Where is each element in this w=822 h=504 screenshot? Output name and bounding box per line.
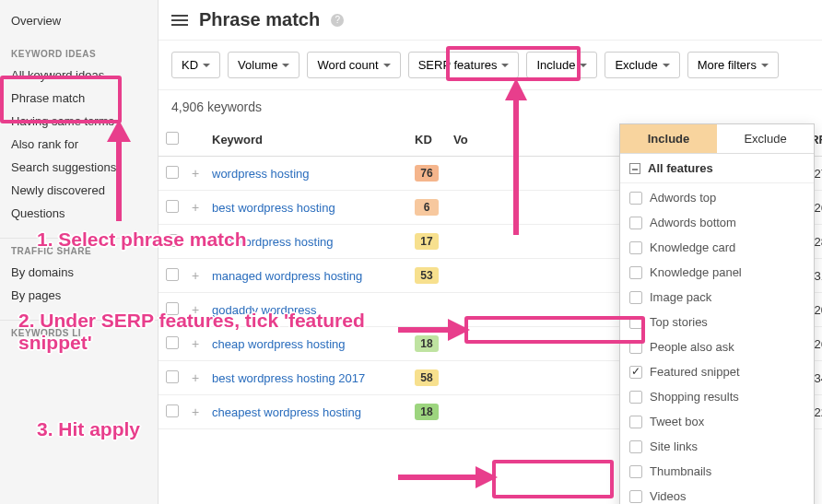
checkbox[interactable] xyxy=(629,266,642,279)
kd-badge: 6 xyxy=(415,199,439,216)
title-bar: Phrase match ? xyxy=(159,0,822,41)
dropdown-item[interactable]: Shopping results xyxy=(620,384,814,409)
sidebar-section-keyword-ideas: KEYWORD IDEAS xyxy=(0,41,158,64)
dropdown-item-label: People also ask xyxy=(650,340,734,354)
row-checkbox[interactable] xyxy=(166,404,179,417)
filter-include[interactable]: Include xyxy=(526,52,597,78)
dropdown-item[interactable]: Adwords top xyxy=(620,185,814,210)
main-panel: Phrase match ? KD Volume Word count SERP… xyxy=(159,0,822,504)
checkbox[interactable] xyxy=(629,440,642,453)
col-kd[interactable]: KD xyxy=(407,123,446,157)
minus-icon xyxy=(629,163,640,174)
row-checkbox[interactable] xyxy=(166,200,179,213)
checkbox[interactable] xyxy=(629,192,642,205)
serp-features-dropdown: Include Exclude All features Adwords top… xyxy=(619,123,815,504)
keyword-count: 4,906 keywords xyxy=(159,90,822,123)
dropdown-item-label: Knowledge card xyxy=(650,240,735,254)
annotation-arrow-2 xyxy=(398,313,472,346)
dropdown-item-label: Videos xyxy=(650,489,687,503)
caret-icon xyxy=(663,64,670,67)
dropdown-tab-exclude[interactable]: Exclude xyxy=(717,124,814,153)
caret-icon xyxy=(383,64,391,67)
dropdown-item-label: Thumbnails xyxy=(650,464,711,478)
select-all-checkbox[interactable] xyxy=(166,132,179,145)
dropdown-item[interactable]: Site links xyxy=(620,434,814,459)
annotation-arrow-3 xyxy=(398,461,499,494)
keyword-link[interactable]: managed wordpress hosting xyxy=(212,269,362,283)
svg-marker-5 xyxy=(448,319,470,341)
plus-icon[interactable]: + xyxy=(192,200,199,215)
keyword-link[interactable]: best wordpress hosting xyxy=(212,201,335,215)
annotation-arrow-1 xyxy=(96,120,142,230)
dropdown-item-label: Tweet box xyxy=(650,415,704,428)
checkbox[interactable] xyxy=(629,490,642,503)
annotation-text-1: 1. Select phrase match xyxy=(37,229,247,251)
plus-icon[interactable]: + xyxy=(192,370,199,385)
svg-marker-1 xyxy=(107,120,131,142)
dropdown-item[interactable]: Thumbnails xyxy=(620,459,814,484)
dropdown-item[interactable]: Videos xyxy=(620,484,814,504)
dropdown-item-label: Shopping results xyxy=(650,390,739,404)
checkbox[interactable] xyxy=(629,366,642,379)
kd-badge: 53 xyxy=(415,267,439,284)
dropdown-item[interactable]: Featured snippet xyxy=(620,359,814,384)
kd-badge: 58 xyxy=(415,369,439,386)
dropdown-item-label: Top stories xyxy=(650,315,708,329)
kd-badge: 76 xyxy=(415,165,439,182)
sidebar-item-by-pages[interactable]: By pages xyxy=(0,284,158,307)
row-checkbox[interactable] xyxy=(166,370,179,383)
filter-word-count[interactable]: Word count xyxy=(307,52,400,78)
plus-icon[interactable]: + xyxy=(192,268,199,283)
filter-kd[interactable]: KD xyxy=(171,52,220,78)
dropdown-tab-include[interactable]: Include xyxy=(620,124,717,153)
dropdown-item[interactable]: Knowledge panel xyxy=(620,260,814,285)
annotation-text-3: 3. Hit apply xyxy=(37,418,140,440)
checkbox[interactable] xyxy=(629,291,642,304)
dropdown-all-features[interactable]: All features xyxy=(620,154,814,183)
caret-icon xyxy=(203,64,210,67)
filter-volume[interactable]: Volume xyxy=(228,52,299,78)
filter-bar: KD Volume Word count SERP features Inclu… xyxy=(159,41,822,90)
svg-marker-7 xyxy=(476,466,498,488)
checkbox[interactable] xyxy=(629,465,642,478)
checkbox[interactable] xyxy=(629,217,642,229)
menu-icon[interactable] xyxy=(171,12,188,29)
filter-more[interactable]: More filters xyxy=(687,52,779,78)
checkbox[interactable] xyxy=(629,316,642,329)
sidebar-item-phrase-match[interactable]: Phrase match xyxy=(0,87,158,110)
sidebar-item-all-keyword-ideas[interactable]: All keyword ideas xyxy=(0,64,158,87)
filter-serp-features[interactable]: SERP features xyxy=(408,52,520,78)
keyword-link[interactable]: cheapest wordpress hosting xyxy=(212,405,361,419)
checkbox[interactable] xyxy=(629,416,642,428)
dropdown-item[interactable]: Image pack xyxy=(620,285,814,310)
annotation-text-2: 2. Under SERP features, tick 'featured s… xyxy=(18,310,405,354)
plus-icon[interactable]: + xyxy=(192,166,199,181)
filter-exclude[interactable]: Exclude xyxy=(605,52,679,78)
dropdown-item-label: Adwords top xyxy=(650,191,716,205)
caret-icon xyxy=(282,64,289,67)
row-checkbox[interactable] xyxy=(166,268,179,281)
help-icon[interactable]: ? xyxy=(331,14,344,27)
checkbox[interactable] xyxy=(629,341,642,354)
dropdown-item-label: Featured snippet xyxy=(650,365,740,379)
caret-icon xyxy=(501,64,509,67)
checkbox[interactable] xyxy=(629,391,642,404)
dropdown-item[interactable]: People also ask xyxy=(620,334,814,359)
checkbox[interactable] xyxy=(629,241,642,254)
row-checkbox[interactable] xyxy=(166,166,179,179)
sidebar-overview[interactable]: Overview xyxy=(0,9,158,32)
caret-icon xyxy=(761,64,769,67)
svg-marker-3 xyxy=(505,78,527,100)
keyword-link[interactable]: wordpress hosting xyxy=(212,167,310,181)
dropdown-item[interactable]: Tweet box xyxy=(620,409,814,434)
col-keyword[interactable]: Keyword xyxy=(205,123,407,157)
dropdown-item[interactable]: Top stories xyxy=(620,310,814,334)
plus-icon[interactable]: + xyxy=(192,404,199,419)
annotation-arrow-up xyxy=(498,78,534,244)
caret-icon xyxy=(580,64,587,67)
dropdown-item[interactable]: Knowledge card xyxy=(620,235,814,260)
keyword-link[interactable]: best wordpress hosting 2017 xyxy=(212,371,365,385)
col-volume[interactable]: Vo xyxy=(446,123,501,157)
sidebar-item-by-domains[interactable]: By domains xyxy=(0,261,158,284)
dropdown-item[interactable]: Adwords bottom xyxy=(620,210,814,235)
